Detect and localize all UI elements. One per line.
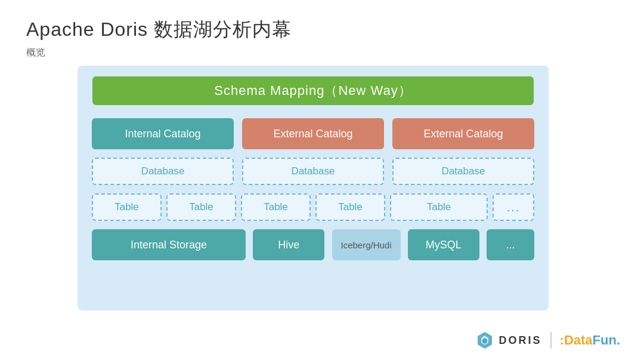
storage-mysql-box: MySQL bbox=[408, 229, 479, 260]
table-box-2-1: Table bbox=[241, 193, 311, 221]
table-label-1-1: Table bbox=[114, 201, 139, 213]
database-label-3: Database bbox=[442, 165, 485, 177]
main-diagram: Schema Mapping（New Way） Internal Catalog… bbox=[78, 66, 549, 310]
table-box-3-2: ... bbox=[493, 193, 534, 221]
table-box-2-2: Table bbox=[315, 193, 385, 221]
storage-hive-box: Hive bbox=[253, 229, 324, 260]
logo-divider bbox=[550, 332, 552, 349]
storage-internal-box: Internal Storage bbox=[92, 229, 246, 260]
database-label-2: Database bbox=[292, 165, 335, 177]
storage-mysql-label: MySQL bbox=[426, 239, 462, 251]
storage-hive-label: Hive bbox=[278, 239, 299, 251]
doris-icon bbox=[475, 331, 494, 350]
storage-dots-label: ... bbox=[506, 239, 515, 251]
table-box-1-2: Table bbox=[166, 193, 236, 221]
page-subtitle: 概览 bbox=[26, 47, 45, 59]
tables-group-1: Table Table bbox=[92, 193, 236, 221]
doris-label: DORIS bbox=[499, 334, 542, 347]
table-label-2-1: Table bbox=[264, 201, 288, 213]
logo-area: DORIS : Data Fun. bbox=[475, 331, 620, 350]
tables-row: Table Table Table Table Table ... bbox=[78, 193, 549, 221]
page-title: Apache Doris 数据湖分析内幕 bbox=[26, 17, 292, 43]
database-box-3: Database bbox=[392, 158, 534, 185]
table-box-3-1: Table bbox=[390, 193, 488, 221]
table-label-3-1: Table bbox=[427, 201, 451, 213]
schema-mapping-label: Schema Mapping（New Way） bbox=[214, 82, 412, 100]
table-label-1-2: Table bbox=[189, 201, 213, 213]
external-catalog-label-1: External Catalog bbox=[273, 128, 352, 140]
doris-logo: DORIS bbox=[475, 331, 542, 350]
table-label-2-2: Table bbox=[338, 201, 363, 213]
datafun-logo: : Data Fun. bbox=[560, 333, 620, 348]
table-box-1-1: Table bbox=[92, 193, 162, 221]
external-catalog-box-1: External Catalog bbox=[242, 118, 384, 149]
tables-group-3: Table ... bbox=[390, 193, 534, 221]
storage-row: Internal Storage Hive Iceberg/Hudi MySQL… bbox=[78, 229, 549, 260]
internal-catalog-label: Internal Catalog bbox=[125, 128, 200, 140]
database-label-1: Database bbox=[141, 165, 185, 177]
storage-dots-box: ... bbox=[487, 229, 534, 260]
storage-iceberg-label: Iceberg/Hudi bbox=[340, 240, 391, 250]
schema-mapping-bar: Schema Mapping（New Way） bbox=[92, 76, 534, 105]
internal-catalog-box: Internal Catalog bbox=[92, 118, 234, 149]
databases-row: Database Database Database bbox=[78, 158, 549, 185]
storage-iceberg-box: Iceberg/Hudi bbox=[332, 229, 401, 260]
tables-group-2: Table Table bbox=[241, 193, 385, 221]
catalogs-row: Internal Catalog External Catalog Extern… bbox=[78, 118, 549, 149]
external-catalog-label-2: External Catalog bbox=[423, 128, 503, 140]
table-label-3-2: ... bbox=[507, 201, 521, 214]
database-box-2: Database bbox=[242, 158, 384, 185]
database-box-1: Database bbox=[92, 158, 234, 185]
external-catalog-box-2: External Catalog bbox=[392, 118, 534, 149]
storage-internal-label: Internal Storage bbox=[131, 239, 207, 251]
